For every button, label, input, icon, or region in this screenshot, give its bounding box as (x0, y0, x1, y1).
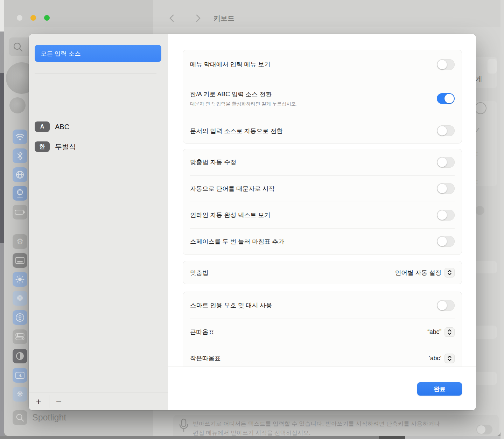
background-circle-fragment (475, 102, 486, 114)
sidebar-item-dubeolsik[interactable]: 한 두벌식 (35, 139, 161, 154)
spelling-group: 맞춤법 언어별 자동 설정 (183, 261, 462, 284)
minimize-button[interactable] (30, 15, 36, 21)
input-source-badge-han: 한 (35, 141, 50, 152)
setting-label: 자동으로 단어를 대문자로 시작 (190, 184, 275, 193)
titlebar-sidebar-section (4, 0, 153, 27)
setting-label: 작은따옴표 (190, 354, 221, 362)
setting-row: 큰따옴표 “abc” (183, 319, 462, 345)
vpn-globe-icon (13, 186, 27, 201)
accessibility-icon (13, 310, 27, 325)
sheet-footer: 완료 (168, 367, 476, 410)
displays-sun-icon (13, 272, 27, 287)
setting-row: 한/A 키로 ABC 입력 소스 전환 대문자 연속 입력을 활성화하려면 길게… (183, 79, 462, 118)
titlebar-content-section (153, 0, 500, 27)
setting-row: 문서의 입력 소스로 자동으로 전환 (183, 118, 462, 143)
input-source-label: 두벌식 (55, 142, 76, 152)
setting-label: 인라인 자동 완성 텍스트 보기 (190, 211, 270, 219)
chevron-up-down-icon (444, 268, 455, 277)
autocorrect-toggle[interactable] (437, 157, 455, 168)
dictation-toggle (476, 425, 492, 434)
desktop-dock-icon (13, 253, 27, 268)
family-avatar (9, 97, 26, 113)
input-sources-sidebar: 모든 입력 소스 A ABC 한 두벌식 + − (29, 34, 168, 410)
spelling-popup-button[interactable]: 언어별 자동 설정 (395, 268, 455, 277)
setting-label: 한/A 키로 ABC 입력 소스 전환 (190, 90, 297, 98)
background-control-fragment (488, 59, 497, 74)
input-sources-content: 메뉴 막대에서 입력 메뉴 보기 한/A 키로 ABC 입력 소스 전환 대문자… (168, 34, 476, 410)
setting-label: 스마트 인용 부호 및 대시 사용 (190, 301, 272, 309)
add-input-source-button[interactable]: + (31, 395, 46, 409)
setting-row: 맞춤법 자동 수정 (183, 149, 462, 175)
input-sources-sheet: 모든 입력 소스 A ABC 한 두벌식 + − (29, 34, 476, 410)
input-menu-group: 메뉴 막대에서 입력 메뉴 보기 한/A 키로 ABC 입력 소스 전환 대문자… (183, 50, 462, 144)
setting-row: 인라인 자동 완성 텍스트 보기 (183, 202, 462, 228)
setting-row: 스페이스를 두 번 눌러 마침표 추가 (183, 229, 462, 255)
background-text-fragment: : (476, 150, 478, 158)
dictation-section: 받아쓰기로 어디서든 텍스트를 입력할 수 있습니다. 받아쓰기를 시작하려면 … (173, 415, 499, 436)
setting-row: 맞춤법 언어별 자동 설정 (183, 261, 462, 284)
setting-row: 자동으로 단어를 대문자로 시작 (183, 176, 462, 202)
setting-label: 맞춤법 (190, 269, 209, 277)
appearance-contrast-icon (13, 349, 27, 363)
smart-quotes-group: 스마트 인용 부호 및 대시 사용 큰따옴표 “abc” (183, 292, 462, 367)
setting-subtitle: 대문자 연속 입력을 활성화하려면 길게 누르십시오. (190, 101, 297, 107)
microphone-icon (179, 418, 189, 435)
smart-quotes-toggle[interactable] (437, 300, 455, 311)
toolbar-divider (49, 395, 49, 408)
chevron-up-down-icon (444, 354, 455, 363)
lock-screen-icon (13, 368, 27, 383)
double-space-period-toggle[interactable] (437, 236, 455, 247)
setting-row: 메뉴 막대에서 입력 메뉴 보기 (183, 50, 462, 79)
done-button[interactable]: 완료 (417, 382, 462, 396)
setting-row: 작은따옴표 ‘abc’ (183, 345, 462, 367)
popup-value: “abc” (427, 328, 441, 336)
remove-input-source-button[interactable]: − (52, 395, 66, 409)
page-title: 키보드 (214, 14, 234, 23)
input-source-label: ABC (55, 123, 69, 131)
dictation-description: 받아쓰기로 어디서든 텍스트를 입력할 수 있습니다. 받아쓰기를 시작하려면 … (193, 419, 469, 436)
forward-chevron-icon (195, 14, 202, 22)
back-chevron-icon (168, 14, 175, 22)
double-quote-popup-button[interactable]: “abc” (427, 327, 455, 337)
background-text-fragment: : (476, 178, 478, 186)
network-icon (13, 167, 27, 182)
sidebar-divider (35, 74, 156, 74)
caps-lock-switch-toggle[interactable] (437, 93, 455, 104)
popup-value: 언어별 자동 설정 (395, 269, 441, 277)
setting-label: 맞춤법 자동 수정 (190, 158, 236, 166)
bluetooth-icon (13, 148, 27, 163)
close-button (17, 15, 22, 21)
setting-label: 메뉴 막대에서 입력 메뉴 보기 (190, 60, 270, 69)
general-gear-icon: ⚙ (13, 234, 27, 249)
desktop-edge-bottom (0, 436, 504, 439)
auto-capitalize-toggle[interactable] (437, 183, 455, 194)
search-icon (13, 42, 23, 52)
setting-label: 큰따옴표 (190, 328, 215, 336)
setting-label: 스페이스를 두 번 눌러 마침표 추가 (190, 237, 284, 246)
inline-predictions-toggle[interactable] (437, 210, 455, 221)
background-circle-fragment (475, 206, 484, 215)
wallpaper-icon: ❁ (13, 291, 27, 306)
popup-value: ‘abc’ (429, 355, 441, 362)
battery-icon (13, 205, 27, 220)
text-input-group: 맞춤법 자동 수정 자동으로 단어를 대문자로 시작 인라인 자동 완성 텍스트… (183, 149, 462, 255)
setting-label: 문서의 입력 소스로 자동으로 전환 (190, 127, 282, 135)
chevron-up-down-icon (444, 327, 455, 337)
zoom-button[interactable] (44, 15, 50, 21)
settings-scroll-area[interactable]: 메뉴 막대에서 입력 메뉴 보기 한/A 키로 ABC 입력 소스 전환 대문자… (168, 34, 476, 367)
sidebar-toolbar: + − (29, 392, 168, 410)
input-source-badge-abc: A (35, 121, 50, 132)
single-quote-popup-button[interactable]: ‘abc’ (429, 354, 455, 363)
control-center-icon (13, 329, 27, 344)
siri-icon: ❋ (13, 387, 27, 402)
sidebar-item-abc[interactable]: A ABC (35, 119, 161, 134)
sidebar-item-spotlight: Spotlight (32, 412, 66, 423)
background-text-fragment: 게 (475, 74, 482, 84)
wifi-icon (13, 130, 27, 144)
sidebar-item-all-input-sources[interactable]: 모든 입력 소스 (35, 45, 161, 62)
show-input-menu-toggle[interactable] (437, 59, 455, 70)
spotlight-icon (13, 410, 27, 425)
screen: 키보드 ⚙ ❁ (0, 0, 504, 439)
desktop-edge-right (500, 0, 504, 439)
auto-switch-document-toggle[interactable] (437, 125, 455, 136)
